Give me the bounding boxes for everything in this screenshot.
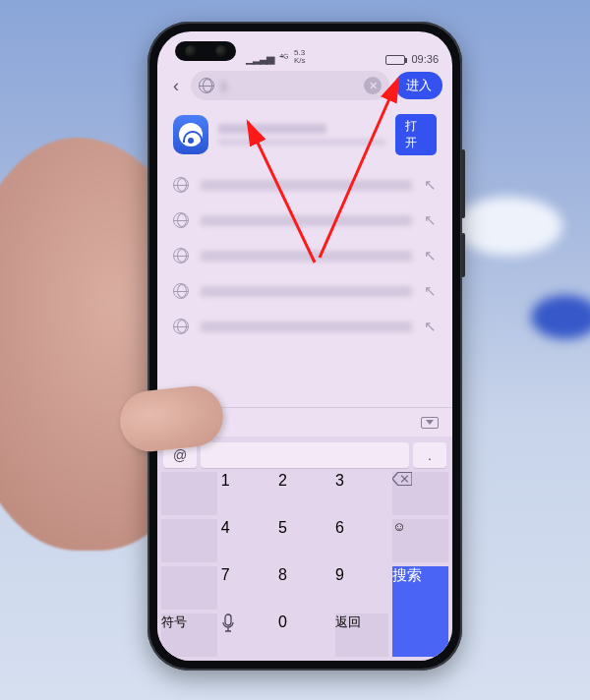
globe-icon [173, 212, 189, 228]
key-1[interactable]: 1 [221, 472, 274, 515]
clear-input-button[interactable]: ✕ [364, 77, 382, 94]
globe-icon [199, 78, 214, 93]
insert-arrow-icon[interactable]: ↖ [424, 247, 437, 264]
key-symbols[interactable]: 符号 [161, 613, 217, 657]
key-dot[interactable]: . [413, 442, 446, 468]
insert-arrow-icon[interactable]: ↖ [424, 318, 437, 335]
key-4[interactable]: 4 [221, 519, 274, 562]
background-object [531, 295, 590, 339]
phone-screen: ▁▂▃▅ ⁴ᴳ 5.3K/s 09:36 ‹ 1 ✕ 进入 打开 [157, 31, 452, 661]
key-emoji[interactable]: ☺ [392, 519, 448, 562]
key-3[interactable]: 3 [335, 472, 388, 515]
wifi-app-icon [173, 115, 208, 154]
clock: 09:36 [411, 53, 439, 65]
camera-cutout [175, 41, 236, 61]
key-9[interactable]: 9 [335, 566, 388, 610]
key-accent-spacer[interactable] [201, 442, 409, 468]
suggestion-text [201, 180, 412, 191]
back-button[interactable]: ‹ [167, 76, 185, 96]
key-return[interactable]: 返回 [335, 613, 388, 657]
battery-icon [385, 55, 405, 65]
globe-icon [173, 283, 189, 299]
background-object [454, 197, 562, 256]
address-input[interactable]: 1 ✕ [191, 71, 389, 100]
numeric-keyboard: @ . 1 2 3 4 5 6 ☺ 7 [157, 437, 452, 661]
suggestion-item[interactable]: ↖ [173, 238, 437, 273]
key-placeholder-left[interactable] [161, 472, 217, 515]
suggestion-text [201, 321, 412, 332]
signal-icon: ▁▂▃▅ [246, 52, 273, 65]
suggestion-item[interactable]: ↖ [173, 167, 437, 203]
suggestion-text [201, 215, 412, 226]
collapse-keyboard-icon[interactable] [421, 417, 439, 429]
insert-arrow-icon[interactable]: ↖ [424, 282, 437, 300]
key-8[interactable]: 8 [278, 566, 331, 610]
key-backspace[interactable] [392, 472, 448, 515]
key-search[interactable]: 搜索 [392, 566, 448, 657]
key-2[interactable]: 2 [278, 472, 331, 515]
svg-rect-0 [225, 614, 231, 625]
globe-icon [173, 319, 189, 334]
network-type: ⁴ᴳ [279, 52, 288, 65]
key-placeholder-left[interactable] [161, 519, 217, 562]
key-placeholder-left[interactable] [161, 566, 217, 610]
open-app-button[interactable]: 打开 [395, 114, 437, 155]
globe-icon [173, 248, 189, 263]
suggestion-list: ↖ ↖ ↖ ↖ ↖ [157, 163, 452, 407]
power-button [461, 233, 465, 277]
insert-arrow-icon[interactable]: ↖ [424, 211, 437, 229]
phone-frame: ▁▂▃▅ ⁴ᴳ 5.3K/s 09:36 ‹ 1 ✕ 进入 打开 [148, 22, 462, 671]
key-0[interactable]: 0 [278, 613, 331, 657]
address-bar-row: ‹ 1 ✕ 进入 [157, 67, 452, 104]
volume-button [461, 149, 465, 218]
key-5[interactable]: 5 [278, 519, 331, 562]
suggestion-item[interactable]: ↖ [173, 273, 437, 309]
key-6[interactable]: 6 [335, 519, 388, 562]
enter-button[interactable]: 进入 [395, 72, 442, 99]
key-7[interactable]: 7 [221, 566, 274, 610]
network-speed: 5.3K/s [294, 49, 306, 65]
insert-arrow-icon[interactable]: ↖ [424, 176, 437, 194]
address-text: 1 [220, 79, 358, 93]
suggestion-item[interactable]: ↖ [173, 203, 437, 238]
key-voice[interactable] [221, 613, 274, 657]
featured-title [218, 124, 385, 146]
suggestion-text [201, 251, 412, 262]
globe-icon [173, 177, 189, 193]
suggestion-item[interactable]: ↖ [173, 309, 437, 344]
suggestion-text [201, 286, 412, 297]
featured-result[interactable]: 打开 [157, 104, 452, 163]
